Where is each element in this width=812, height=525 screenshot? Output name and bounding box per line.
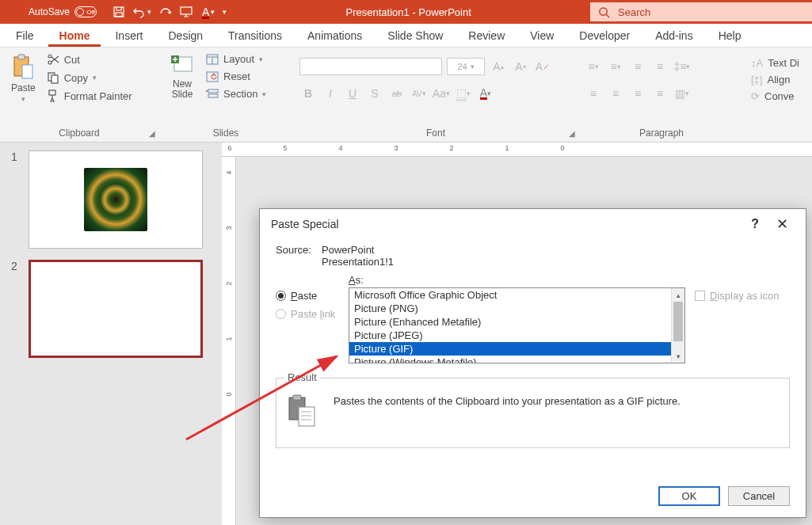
- autosave-toggle[interactable]: AutoSave Off: [0, 6, 103, 17]
- section-button[interactable]: Section▾: [203, 86, 269, 102]
- group-paragraph: ≡▾ ≡▾ ≡ ≡ ‡≡▾ ≡ ≡ ≡ ≡ ▥▾ Paragraph: [578, 48, 745, 142]
- tab-home[interactable]: Home: [48, 25, 101, 47]
- paste-link-radio: Paste link: [276, 308, 339, 320]
- bold-button[interactable]: B: [299, 85, 317, 102]
- paste-button[interactable]: Paste ▾: [6, 51, 40, 106]
- font-color-button[interactable]: A▾: [477, 85, 494, 102]
- format-painter-button[interactable]: Format Painter: [44, 87, 135, 105]
- undo-icon[interactable]: ▾: [133, 6, 151, 18]
- as-label: As:: [349, 274, 685, 286]
- tab-review[interactable]: Review: [457, 25, 516, 47]
- group-paragraph-label: Paragraph: [585, 126, 738, 142]
- save-icon[interactable]: [112, 6, 125, 18]
- convert-smartart-button[interactable]: ⟳Conve: [751, 89, 795, 104]
- highlight-button[interactable]: ⬚▾: [455, 85, 472, 102]
- svg-rect-1: [116, 13, 122, 17]
- scroll-up-icon[interactable]: ▴: [672, 288, 684, 302]
- format-listbox[interactable]: Microsoft Office Graphic Object Picture …: [349, 287, 685, 363]
- tab-transitions[interactable]: Transitions: [217, 25, 293, 47]
- grow-font-button[interactable]: A▴: [490, 58, 507, 75]
- clipboard-dialog-launcher[interactable]: ◢: [149, 129, 155, 138]
- radio-on-icon: [276, 291, 286, 301]
- dialog-close-button[interactable]: ✕: [770, 215, 795, 233]
- font-color-qat-icon[interactable]: A▾: [202, 6, 215, 19]
- svg-rect-18: [208, 89, 218, 93]
- horizontal-ruler[interactable]: 6 5 4 3 2 1 0: [222, 143, 812, 157]
- tab-help[interactable]: Help: [707, 25, 753, 47]
- shadow-button[interactable]: S: [366, 85, 383, 102]
- italic-button[interactable]: I: [322, 85, 339, 102]
- bullets-button[interactable]: ≡▾: [585, 58, 602, 75]
- ribbon: Paste ▾ Cut Copy ▾ Format Painter C: [0, 48, 812, 143]
- align-center-button[interactable]: ≡: [607, 85, 624, 102]
- numbering-button[interactable]: ≡▾: [607, 58, 624, 75]
- slideshow-start-icon[interactable]: [180, 6, 194, 18]
- listbox-scrollbar[interactable]: ▴ ▾: [671, 288, 684, 363]
- tab-addins[interactable]: Add-ins: [644, 25, 703, 47]
- ok-button[interactable]: OK: [658, 486, 720, 506]
- text-direction-button[interactable]: ↕AText Di: [751, 55, 799, 70]
- tab-view[interactable]: View: [519, 25, 565, 47]
- tab-developer[interactable]: Developer: [568, 25, 641, 47]
- columns-button[interactable]: ▥▾: [673, 85, 691, 102]
- layout-button[interactable]: Layout▾: [203, 51, 269, 67]
- paste-radio[interactable]: Paste: [276, 290, 339, 302]
- list-item[interactable]: Picture (JPEG): [349, 329, 671, 342]
- list-item[interactable]: Picture (Enhanced Metafile): [349, 315, 671, 329]
- redo-icon[interactable]: [159, 6, 172, 18]
- tab-insert[interactable]: Insert: [104, 25, 154, 47]
- paste-special-dialog: Paste Special ? ✕ Source: PowerPoint Pre…: [259, 208, 806, 518]
- font-dialog-launcher[interactable]: ◢: [569, 129, 575, 138]
- increase-indent-button[interactable]: ≡: [651, 58, 669, 75]
- new-slide-button[interactable]: New Slide: [165, 51, 200, 103]
- slide-thumb-2[interactable]: [29, 260, 203, 358]
- search-placeholder: Search: [618, 6, 650, 18]
- svg-rect-6: [22, 65, 32, 78]
- svg-point-20: [206, 90, 208, 92]
- decrease-indent-button[interactable]: ≡: [629, 58, 646, 75]
- tab-slideshow[interactable]: Slide Show: [376, 25, 454, 47]
- justify-button[interactable]: ≡: [651, 85, 669, 102]
- list-item-selected[interactable]: Picture (GIF): [349, 342, 671, 356]
- vertical-ruler[interactable]: 4 3 2 1 0: [222, 157, 236, 525]
- strikethrough-button[interactable]: ab: [388, 85, 406, 102]
- slide-thumb-2-wrap: 2: [11, 260, 219, 358]
- tab-file[interactable]: File: [5, 25, 45, 47]
- svg-point-3: [600, 7, 607, 14]
- reset-button[interactable]: Reset: [203, 68, 269, 85]
- quick-access-toolbar: ▾ A▾ ▾: [112, 6, 227, 19]
- group-paragraph-extra: ↕AText Di [‡]Align ⟳Conve: [745, 48, 812, 142]
- font-family-combo[interactable]: [299, 58, 442, 75]
- tab-design[interactable]: Design: [157, 25, 214, 47]
- clear-formatting-button[interactable]: A⟋: [534, 58, 551, 75]
- align-left-button[interactable]: ≡: [585, 85, 602, 102]
- group-font: 24▾ A▴ A▾ A⟋ B I U S ab AV▾ Aa▾ ⬚▾ A▾ Fo…: [293, 48, 578, 142]
- align-text-button[interactable]: [‡]Align: [751, 72, 790, 87]
- cut-button[interactable]: Cut: [44, 51, 135, 68]
- slide-thumb-1[interactable]: [29, 150, 203, 249]
- list-item[interactable]: Picture (Windows Metafile): [349, 356, 671, 363]
- shrink-font-button[interactable]: A▾: [512, 58, 529, 75]
- tab-animations[interactable]: Animations: [296, 25, 373, 47]
- result-legend: Result: [284, 371, 320, 383]
- underline-button[interactable]: U: [344, 85, 361, 102]
- ribbon-tabs: File Home Insert Design Transitions Anim…: [0, 24, 812, 48]
- scroll-thumb[interactable]: [673, 302, 683, 341]
- radio-off-icon: [276, 309, 286, 319]
- slide-number-1: 1: [11, 150, 22, 249]
- search-box[interactable]: Search: [590, 2, 812, 21]
- dialog-body: Source: PowerPoint Presentation1!1 Paste…: [260, 239, 806, 458]
- align-right-button[interactable]: ≡: [629, 85, 646, 102]
- list-item[interactable]: Picture (PNG): [349, 302, 671, 315]
- change-case-button[interactable]: Aa▾: [433, 85, 450, 102]
- line-spacing-button[interactable]: ‡≡▾: [673, 58, 691, 75]
- checkbox-empty-icon: [695, 291, 705, 301]
- cancel-button[interactable]: Cancel: [728, 486, 790, 506]
- char-spacing-button[interactable]: AV▾: [410, 85, 428, 102]
- dialog-titlebar: Paste Special ? ✕: [260, 209, 806, 239]
- list-item[interactable]: Microsoft Office Graphic Object: [349, 288, 671, 302]
- copy-button[interactable]: Copy ▾: [44, 69, 135, 86]
- font-size-combo[interactable]: 24▾: [447, 58, 485, 75]
- scroll-down-icon[interactable]: ▾: [672, 349, 684, 363]
- dialog-help-button[interactable]: ?: [740, 217, 770, 231]
